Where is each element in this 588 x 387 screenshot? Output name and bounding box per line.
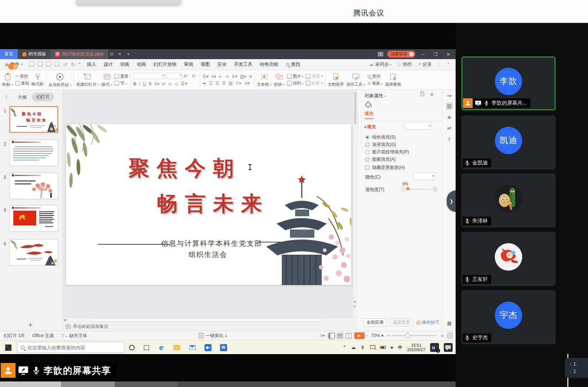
- tray-mic-icon[interactable]: 🎙: [361, 345, 365, 350]
- selection-pane-button[interactable]: 选择窗格: [385, 73, 401, 87]
- save-icon[interactable]: [29, 62, 34, 67]
- font-size-combo[interactable]: [166, 73, 182, 79]
- participant-tile-zhuzelin[interactable]: 朱泽林: [462, 174, 555, 227]
- arrange-button[interactable]: 排列 ▾: [287, 81, 304, 86]
- slide-thumbnail-2[interactable]: [9, 139, 58, 166]
- cortana-icon[interactable]: [127, 343, 136, 352]
- increase-indent-button[interactable]: ⇥: [225, 74, 229, 79]
- slideshow-play-button[interactable]: ▶: [354, 332, 365, 339]
- tray-display-icon[interactable]: [370, 345, 375, 350]
- menu-features[interactable]: 特色功能: [256, 61, 282, 68]
- menu-view[interactable]: 视图: [197, 61, 214, 68]
- slide-subtitle-2[interactable]: 组织生活会: [189, 250, 227, 259]
- text-direction-button[interactable]: ⦙▾: [249, 74, 252, 79]
- notes-bar[interactable]: 单击此处添加备注: [63, 322, 357, 331]
- option-pattern-fill[interactable]: 图案填充(A): [365, 156, 396, 163]
- rail-grid-icon[interactable]: ▦: [446, 320, 453, 327]
- slide-editor[interactable]: 聚焦今朝 畅言未来 信息与计算科学本科生党支部 组织生活会: [66, 124, 351, 285]
- guest-login-button[interactable]: 访客登录: [387, 51, 415, 58]
- text-effect-button[interactable]: 姿▾: [181, 81, 187, 87]
- tray-battery-icon[interactable]: [380, 345, 386, 350]
- vertical-scroll-thumb[interactable]: [354, 91, 356, 125]
- option-hide-background[interactable]: 隐藏背景图形(H): [365, 164, 405, 171]
- vertical-scrollbar[interactable]: ▲▼: [353, 90, 357, 318]
- meeting-overlay-icon[interactable]: M2: [430, 343, 439, 352]
- distribute-button[interactable]: ▤: [229, 81, 233, 86]
- fill-section-header[interactable]: 填充: [364, 124, 376, 130]
- panel-expand-handle[interactable]: ❯: [447, 190, 456, 212]
- replace-button[interactable]: ⇄替换 ▾: [367, 81, 382, 86]
- tab-outline[interactable]: 大纲: [18, 94, 27, 101]
- tray-expand-icon[interactable]: ⌃: [342, 345, 346, 350]
- underline-button[interactable]: U: [143, 81, 146, 86]
- scroll-left-arrow[interactable]: ◀: [64, 318, 66, 322]
- present-tools-button[interactable]: 演示工具 ▾: [346, 73, 365, 87]
- slide-title-line1[interactable]: 聚焦今朝: [129, 155, 241, 183]
- rail-animation-icon[interactable]: ⇄: [446, 125, 453, 132]
- next-slide-button[interactable]: ▼: [353, 304, 356, 309]
- tab-close-icon[interactable]: ✕: [116, 49, 124, 59]
- reset-button[interactable]: 重置: [114, 74, 128, 79]
- tab-slides[interactable]: 幻灯片: [32, 93, 54, 101]
- missing-font[interactable]: T⌄ 缺失字体: [58, 333, 91, 339]
- horizontal-scroll-thumb[interactable]: [89, 319, 325, 322]
- wps-icon[interactable]: W: [219, 343, 228, 352]
- bullets-button[interactable]: ☰▾: [202, 74, 209, 79]
- tab-docer[interactable]: 稻壳模板: [18, 49, 51, 59]
- color-combo[interactable]: [413, 173, 435, 180]
- beautify-button[interactable]: 一键美化 ▴: [199, 333, 227, 339]
- minimize-button[interactable]: ─: [419, 52, 428, 57]
- superscript-button[interactable]: x²: [162, 81, 166, 86]
- textbox-button[interactable]: A 文本框 ▾: [257, 73, 272, 87]
- mail-icon[interactable]: [188, 343, 197, 352]
- reading-view-button[interactable]: [345, 333, 352, 339]
- align-left-button[interactable]: ⬅̲: [202, 81, 206, 86]
- transparency-slider[interactable]: [408, 189, 431, 190]
- taskbar-search[interactable]: [17, 342, 124, 353]
- font-name-combo[interactable]: [133, 73, 165, 79]
- shapes-button[interactable]: 形状 ▾: [274, 73, 285, 87]
- lock-icon[interactable]: [420, 93, 424, 96]
- option-solid-fill[interactable]: 纯色填充(S): [365, 134, 396, 140]
- autofit-button[interactable]: ⇲▾: [244, 81, 250, 86]
- slide-sorter-button[interactable]: [337, 333, 343, 339]
- task-view-icon[interactable]: [142, 343, 151, 352]
- slide-thumbnail-5[interactable]: [9, 239, 58, 266]
- transparency-plus-button[interactable]: ＋: [433, 187, 437, 191]
- participant-tile-wangyouxuan[interactable]: 王友轩: [462, 232, 555, 286]
- picture-button[interactable]: 图片 ▾: [287, 74, 304, 79]
- paste-button[interactable]: 粘贴 ▾: [2, 73, 13, 87]
- print-icon[interactable]: [46, 62, 51, 67]
- increase-font-button[interactable]: A⁺: [183, 73, 189, 79]
- play-from-current-button[interactable]: 从当前开始 ▾: [48, 72, 71, 88]
- columns-button[interactable]: ▥▾: [240, 74, 246, 79]
- copy-button[interactable]: 复制: [15, 81, 29, 86]
- line-spacing-button[interactable]: ⇕▾: [231, 74, 237, 79]
- slide-canvas[interactable]: 聚焦今朝 畅言未来 信息与计算科学本科生党支部 组织生活会 ▲▼: [63, 90, 357, 331]
- menu-review[interactable]: 审阅: [180, 61, 197, 68]
- collapse-ribbon-icon[interactable]: ⌃: [447, 62, 450, 67]
- redo-icon[interactable]: ↻: [71, 62, 75, 67]
- ribbon-find-button[interactable]: 查找: [367, 74, 382, 79]
- theme-name[interactable]: Office 主题: [28, 333, 57, 339]
- props-title[interactable]: 对象属性 ▾: [365, 93, 386, 99]
- decrease-indent-button[interactable]: ⇤: [219, 74, 222, 79]
- menu-transition[interactable]: 切换: [116, 61, 133, 68]
- reset-background-button[interactable]: 重置背景: [390, 318, 413, 327]
- chat-overlay-icon[interactable]: [444, 343, 453, 352]
- slide-counter[interactable]: 幻灯片 1/5: [0, 333, 28, 339]
- rail-properties-icon[interactable]: ▤: [446, 102, 453, 110]
- horizontal-scrollbar[interactable]: ◀: [63, 318, 357, 322]
- numbering-button[interactable]: ≡▾: [211, 74, 216, 79]
- decrease-font-button[interactable]: A⁻: [192, 73, 198, 79]
- new-slide-button[interactable]: 新建幻灯片 ▾: [76, 73, 99, 87]
- tips-link[interactable]: ▸操作技巧: [416, 320, 439, 325]
- slide-subtitle-1[interactable]: 信息与计算科学本科生党支部: [161, 239, 262, 248]
- menu-start[interactable]: 开始: [8, 63, 18, 69]
- menu-design[interactable]: 设计: [100, 61, 116, 68]
- zoom-level[interactable]: 70% ▾: [368, 333, 387, 338]
- transparency-slider-thumb[interactable]: [406, 187, 410, 190]
- subscript-button[interactable]: x₂: [168, 81, 172, 86]
- taskbar-clock[interactable]: 15:512020/6/27: [407, 343, 425, 352]
- font-color-button[interactable]: A▾: [154, 81, 159, 86]
